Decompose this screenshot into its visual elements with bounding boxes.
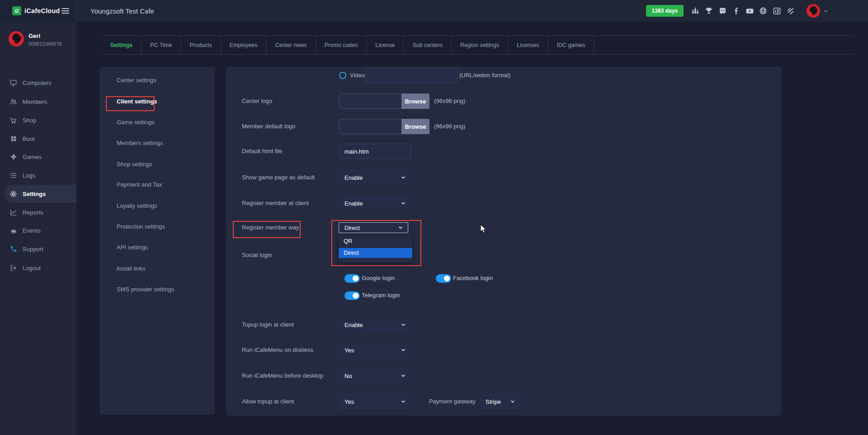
submenu-loyalty-settings[interactable]: Loyalty settings bbox=[99, 201, 157, 210]
member-logo-file-input[interactable]: Browse bbox=[339, 119, 429, 134]
center-logo-browse-button[interactable]: Browse bbox=[401, 94, 429, 109]
brand-area: i2 iCafeCloud bbox=[0, 0, 76, 22]
video-url-input[interactable] bbox=[365, 68, 458, 83]
center-logo-label: Center logo bbox=[242, 94, 272, 109]
cart-icon bbox=[9, 117, 17, 124]
user-name: Geri bbox=[28, 33, 40, 39]
tab-settings[interactable]: Settings bbox=[102, 36, 142, 54]
center-logo-file-input[interactable]: Browse bbox=[339, 94, 429, 109]
option-direct[interactable]: Direct bbox=[339, 248, 412, 258]
discord-icon[interactable] bbox=[717, 5, 728, 16]
tab-sub-centers[interactable]: Sub centers bbox=[404, 36, 452, 54]
menu-toggle-icon[interactable] bbox=[61, 8, 69, 14]
submenu-sms-provider-settings[interactable]: SMS provider settings bbox=[99, 285, 174, 294]
sidebar-item-label: Computers bbox=[23, 80, 52, 86]
default-html-input[interactable] bbox=[339, 144, 411, 159]
facebook-login-toggle[interactable] bbox=[436, 274, 451, 283]
chevron-down-icon[interactable] bbox=[823, 9, 828, 14]
google-login-label: Google login bbox=[358, 271, 395, 286]
license-days-badge[interactable]: 1383 days bbox=[646, 5, 684, 17]
tab-pc-time[interactable]: PC Time bbox=[142, 36, 181, 54]
chevron-down-icon bbox=[398, 225, 403, 230]
youngzsoft-icon[interactable] bbox=[785, 5, 796, 16]
submenu-center-settings[interactable]: Center settings bbox=[99, 76, 156, 85]
settings-submenu: Center settings Client settings Game set… bbox=[99, 67, 215, 415]
gear-icon bbox=[9, 190, 17, 198]
tab-center-news[interactable]: Center news bbox=[266, 36, 316, 54]
payment-gateway-value: Stripe bbox=[486, 398, 501, 405]
sidebar-item-members[interactable]: Members bbox=[0, 93, 76, 111]
youtube-icon[interactable] bbox=[744, 5, 755, 16]
submenu-api-settings[interactable]: API settings bbox=[99, 243, 148, 252]
sidebar-avatar[interactable] bbox=[9, 31, 24, 47]
run-diskless-select[interactable]: Yes bbox=[339, 342, 410, 358]
show-game-page-value: Enable bbox=[344, 174, 363, 181]
submenu-members-settings[interactable]: Members settings bbox=[99, 139, 163, 148]
sidebar-item-label: Logs bbox=[23, 172, 35, 179]
register-member-way-select[interactable]: Direct bbox=[339, 222, 408, 233]
icafecloud-icon[interactable] bbox=[771, 5, 782, 16]
list-icon bbox=[9, 172, 17, 179]
tab-idc-games[interactable]: IDC games bbox=[548, 36, 594, 54]
sidebar-item-settings[interactable]: Settings bbox=[5, 185, 76, 203]
header-bar: Youngzsoft Test Cafe 1383 days bbox=[76, 0, 868, 22]
sidebar-item-label: Reports bbox=[23, 209, 43, 216]
sidebar-item-events[interactable]: Events bbox=[0, 221, 76, 239]
tab-licenses[interactable]: Licenses bbox=[508, 36, 548, 54]
social-toggles-row-1: Google login Facebook login bbox=[226, 271, 781, 286]
social-login-row: Social login bbox=[226, 251, 781, 260]
submenu-client-settings[interactable]: Client settings bbox=[99, 97, 157, 106]
topup-login-select[interactable]: Enable bbox=[339, 317, 410, 332]
ranking-icon[interactable] bbox=[690, 5, 701, 16]
submenu-install-links[interactable]: Install links bbox=[99, 264, 146, 273]
telegram-login-label: Telegram login bbox=[358, 288, 400, 303]
allow-topup-select[interactable]: Yes bbox=[339, 394, 410, 409]
tab-license[interactable]: License bbox=[367, 36, 404, 54]
video-hint: (URL/webm format) bbox=[459, 68, 510, 83]
allow-topup-row: Allow topup at client Yes Payment gatewa… bbox=[226, 394, 781, 409]
member-logo-row: Member default logo Browse (96x96 png) bbox=[226, 119, 781, 134]
cafe-title: Youngzsoft Test Cafe bbox=[90, 7, 154, 15]
tab-employees[interactable]: Employees bbox=[221, 36, 267, 54]
sidebar-item-support[interactable]: Support bbox=[0, 240, 76, 258]
register-member-client-select[interactable]: Enable bbox=[339, 196, 410, 211]
member-logo-browse-button[interactable]: Browse bbox=[401, 119, 429, 134]
payment-gateway-select[interactable]: Stripe bbox=[480, 394, 520, 409]
sidebar-item-logs[interactable]: Logs bbox=[0, 166, 76, 184]
option-qr[interactable]: QR bbox=[339, 236, 412, 246]
submenu-payment-and-tax[interactable]: Payment and Tax bbox=[99, 180, 162, 189]
show-game-page-select[interactable]: Enable bbox=[339, 170, 410, 185]
sidebar-item-label: Boot bbox=[23, 136, 35, 142]
sidebar-item-games[interactable]: Games bbox=[0, 148, 76, 166]
run-before-desktop-label: Run iCafeMenu before desktop bbox=[242, 368, 323, 384]
submenu-protection-settings[interactable]: Protection settings bbox=[99, 222, 165, 231]
globe-icon[interactable] bbox=[758, 5, 769, 16]
tab-promo-codes[interactable]: Promo codes bbox=[316, 36, 367, 54]
submenu-game-settings[interactable]: Game settings bbox=[99, 118, 155, 127]
run-before-desktop-select[interactable]: No bbox=[339, 368, 410, 384]
tab-region-settings[interactable]: Region settings bbox=[452, 36, 508, 54]
sidebar-item-computers[interactable]: Computers bbox=[0, 74, 76, 92]
sidebar-item-label: Support bbox=[23, 246, 43, 253]
google-login-toggle[interactable] bbox=[344, 274, 360, 283]
tab-products[interactable]: Products bbox=[181, 36, 221, 54]
facebook-icon[interactable] bbox=[731, 5, 741, 16]
center-logo-hint: (96x96 png) bbox=[434, 94, 465, 109]
sidebar-item-boot[interactable]: Boot bbox=[0, 130, 76, 148]
center-logo-row: Center logo Browse (96x96 png) bbox=[226, 94, 781, 109]
default-html-row: Default html file bbox=[226, 144, 781, 159]
sidebar-item-logout[interactable]: Logout bbox=[0, 259, 76, 277]
chevron-down-icon bbox=[401, 399, 406, 404]
chevron-down-icon bbox=[401, 347, 406, 353]
submenu-shop-settings[interactable]: Shop settings bbox=[99, 160, 152, 169]
sidebar-item-label: Settings bbox=[23, 191, 46, 197]
trophy-icon[interactable] bbox=[703, 5, 714, 16]
register-member-way-label: Register member way bbox=[242, 222, 299, 233]
user-avatar[interactable] bbox=[807, 4, 820, 18]
video-radio[interactable] bbox=[339, 72, 346, 79]
phone-icon bbox=[9, 245, 17, 253]
sidebar-item-shop[interactable]: Shop bbox=[0, 111, 76, 129]
telegram-login-toggle[interactable] bbox=[344, 291, 360, 300]
sidebar-item-reports[interactable]: Reports bbox=[0, 203, 76, 221]
allow-topup-label: Allow topup at client bbox=[242, 394, 294, 409]
